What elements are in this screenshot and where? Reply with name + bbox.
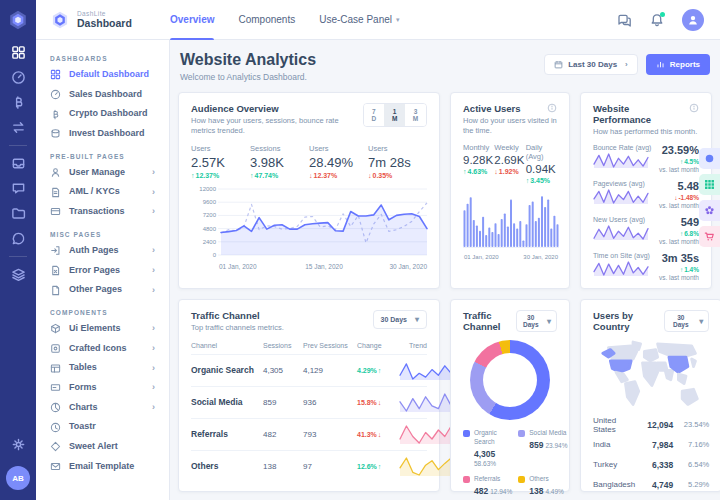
date-range-button[interactable]: Last 30 Days › [544, 54, 638, 75]
tab-overview[interactable]: Overview [170, 0, 214, 40]
sidebar-item-crypto-dashboard[interactable]: Crypto Dashboard [36, 104, 169, 124]
sidebar-item-auth-pages[interactable]: Auth Pages› [36, 241, 169, 261]
chevron-icon: › [625, 60, 628, 69]
rail-messages-icon[interactable] [11, 231, 26, 246]
table-row[interactable]: Referrals 482 793 41.3%↓ [191, 418, 427, 450]
rail-divider [9, 256, 27, 257]
metric-delta: ↑12.37% [191, 172, 250, 179]
sidebar-item-invest-dashboard[interactable]: Invest Dashboard [36, 124, 169, 144]
tab-components[interactable]: Components [238, 0, 295, 40]
period-dropdown[interactable]: 30 Days▾ [373, 310, 427, 329]
table-row[interactable]: Social Media 859 936 15.8%↓ [191, 386, 427, 418]
clock-icon [50, 422, 61, 433]
sparkline-chart [593, 227, 649, 244]
performance-row: New Users (avg) 549↑6.8%vs. last month [593, 216, 699, 245]
change-delta: 15.8%↓ [357, 399, 399, 406]
sidebar-item-sweet-alert[interactable]: Sweet Alert [36, 437, 169, 457]
card-subtitle: How do your users visited in the time. [463, 116, 557, 136]
metric-label: Time on Site (avg) [593, 252, 650, 259]
hexagon-logo-icon [7, 9, 29, 31]
sidebar-item-tables[interactable]: Tables› [36, 358, 169, 378]
svg-text:2400: 2400 [203, 238, 217, 244]
user-avatar[interactable] [682, 9, 704, 31]
sidebar-item-error-pages[interactable]: Error Pages› [36, 261, 169, 281]
sidebar-item-sales-dashboard[interactable]: Sales Dashboard [36, 85, 169, 105]
metric-label: Users [368, 144, 427, 153]
help-icon[interactable] [547, 103, 557, 113]
page-title: Website Analytics [180, 51, 316, 69]
metric-label: Sessions [250, 144, 309, 153]
chevron-right-icon: › [152, 286, 155, 295]
sidebar-item-toastr[interactable]: Toastr [36, 417, 169, 437]
brand-title: Dashboard [77, 17, 132, 29]
metric-label: New Users (avg) [593, 216, 649, 223]
sidebar-item-transactions[interactable]: Transactions› [36, 202, 169, 222]
chevron-right-icon: › [152, 246, 155, 255]
card-title: Traffic Channel [463, 310, 516, 332]
document-icon [50, 187, 61, 198]
flower-icon[interactable] [699, 200, 720, 221]
sidebar-item-forms[interactable]: Forms› [36, 378, 169, 398]
notifications-bell-icon[interactable] [649, 12, 665, 28]
help-icon[interactable] [689, 103, 699, 113]
card-title: Traffic Channel [191, 310, 284, 321]
metric-delta: ↓1.92% [494, 168, 525, 175]
rail-invest-icon[interactable] [11, 120, 26, 135]
info-circle-icon[interactable] [699, 148, 720, 169]
rail-inbox-icon[interactable] [11, 156, 26, 171]
sidebar-item-email-template[interactable]: Email Template [36, 457, 169, 477]
country-row: Turkey6,3386.54% [593, 455, 709, 474]
metric-delta: ↑4.63% [463, 168, 494, 175]
rail-files-icon[interactable] [11, 206, 26, 221]
cart-icon[interactable] [699, 226, 720, 247]
rail-user-avatar[interactable]: AB [6, 466, 30, 490]
metric-note: vs. last month [659, 238, 699, 245]
change-delta: 4.29%↑ [357, 367, 399, 374]
rail-settings-icon[interactable] [11, 437, 26, 452]
user-icon [50, 167, 61, 178]
tab-use-case-panel[interactable]: Use-Case Panel▾ [319, 0, 399, 40]
metric-note: vs. last month [659, 274, 699, 281]
chevron-right-icon: › [152, 403, 155, 412]
metric-label: Weekly [494, 143, 525, 152]
legend-item: Social Media85923.94% [518, 429, 567, 469]
sidebar-item-default-dashboard[interactable]: Default Dashboard [36, 65, 169, 85]
sidebar-item-charts[interactable]: Charts› [36, 398, 169, 418]
svg-text:15 Jan, 2020: 15 Jan, 2020 [305, 263, 343, 270]
metric-label: Bounce Rate (avg) [593, 144, 651, 151]
metric-delta: ↓12.37% [309, 172, 368, 179]
rail-chat-icon[interactable] [11, 181, 26, 196]
sidebar-item-other-pages[interactable]: Other Pages› [36, 280, 169, 300]
card-title: Audience Overview [191, 103, 363, 114]
sidebar-item-ui-elements[interactable]: Ui Elements› [36, 319, 169, 339]
period-dropdown[interactable]: 30 Days▾ [664, 310, 709, 332]
rail-sales-icon[interactable] [11, 70, 26, 85]
form-icon [50, 382, 61, 393]
period-dropdown[interactable]: 30 Days▾ [516, 310, 557, 332]
rail-crypto-icon[interactable] [11, 95, 26, 110]
sidebar-item-aml-kycs[interactable]: AML / KYCs› [36, 182, 169, 202]
chevron-down-icon: ▾ [547, 317, 551, 326]
performance-row: Bounce Rate (avg) 23.59%↑4.5%vs. last mo… [593, 144, 699, 173]
report-icon [656, 60, 665, 69]
sidebar-item-crafted-icons[interactable]: Crafted Icons› [36, 339, 169, 359]
app-logo[interactable] [0, 0, 36, 40]
reports-button[interactable]: Reports [646, 54, 710, 75]
legend-swatch [463, 476, 470, 483]
sidebar-item-user-manage[interactable]: User Manage› [36, 163, 169, 183]
messages-icon[interactable] [616, 12, 632, 28]
brand[interactable]: DashLite Dashboard [50, 10, 154, 30]
performance-row: Time on Site (avg) 3m 35s↑1.4%vs. last m… [593, 252, 699, 281]
apps-grid-icon[interactable] [699, 174, 720, 195]
chevron-right-icon: › [152, 266, 155, 275]
rail-dashboard-icon[interactable] [11, 45, 26, 60]
metric-value: 7m 28s [368, 155, 427, 170]
metric-value: 3m 35s [659, 252, 699, 264]
table-row[interactable]: Others 138 97 12.6%↑ [191, 450, 427, 482]
audience-area-chart: 120009600720048002400001 Jan, 202015 Jan… [191, 183, 427, 283]
table-row[interactable]: Organic Search 4,305 4,129 4.29%↑ [191, 354, 427, 386]
range-1m-button[interactable]: 1 M [384, 104, 405, 126]
range-7d-button[interactable]: 7 D [364, 104, 384, 126]
rail-layers-icon[interactable] [11, 267, 26, 282]
range-3m-button[interactable]: 3 M [405, 104, 426, 126]
